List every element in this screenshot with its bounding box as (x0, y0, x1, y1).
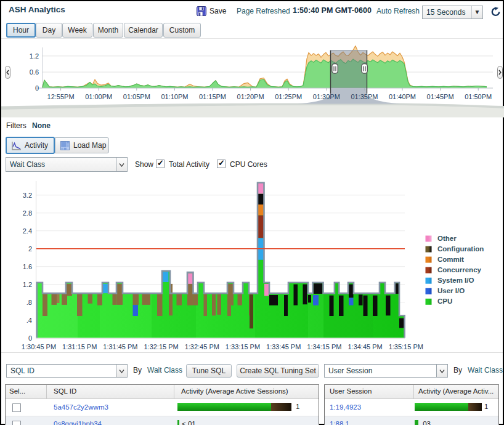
svg-text:0.6: 0.6 (30, 68, 39, 76)
svg-text:1.6: 1.6 (23, 263, 32, 270)
svg-text:1:32:45 PM: 1:32:45 PM (185, 343, 219, 350)
svg-text:1:34:45 PM: 1:34:45 PM (348, 343, 382, 350)
svg-text:0: 0 (35, 84, 39, 92)
svg-text:2.4: 2.4 (23, 227, 32, 235)
svg-text:2: 2 (28, 245, 32, 253)
svg-text:1:31:45 PM: 1:31:45 PM (103, 343, 137, 350)
svg-text:01:00PM: 01:00PM (85, 93, 112, 100)
svg-text:1:33:45 PM: 1:33:45 PM (266, 343, 301, 350)
svg-text:01:30PM: 01:30PM (313, 93, 340, 100)
svg-text:1:35:15 PM: 1:35:15 PM (389, 343, 423, 350)
svg-text:01:25PM: 01:25PM (275, 93, 302, 100)
svg-text:Commit: Commit (437, 256, 464, 263)
svg-text:1:32:15 PM: 1:32:15 PM (144, 343, 178, 350)
svg-text:01:20PM: 01:20PM (237, 93, 264, 100)
svg-text:1.2: 1.2 (30, 52, 39, 60)
svg-text:Concurrency: Concurrency (437, 266, 482, 273)
svg-text:3.2: 3.2 (23, 192, 32, 199)
svg-text:2.8: 2.8 (23, 209, 32, 217)
svg-text:01:45PM: 01:45PM (427, 93, 454, 100)
svg-text:Other: Other (437, 235, 457, 242)
svg-text:CPU: CPU (437, 298, 452, 305)
svg-text:12:55PM: 12:55PM (47, 93, 75, 100)
svg-text:01:35PM: 01:35PM (351, 93, 378, 100)
svg-text:.8: .8 (26, 299, 32, 306)
svg-text:System I/O: System I/O (437, 277, 474, 284)
svg-text:1:30:45 PM: 1:30:45 PM (22, 343, 56, 350)
svg-text:Configuration: Configuration (437, 245, 484, 253)
svg-text:1:33:15 PM: 1:33:15 PM (226, 343, 260, 350)
svg-text:01:40PM: 01:40PM (389, 93, 416, 100)
svg-text:01:15PM: 01:15PM (199, 93, 226, 100)
svg-text:01:05PM: 01:05PM (123, 93, 150, 100)
svg-text:01:50PM: 01:50PM (465, 93, 492, 100)
svg-text:1:31:15 PM: 1:31:15 PM (62, 343, 97, 350)
svg-text:1.2: 1.2 (23, 281, 32, 288)
svg-text:User I/O: User I/O (437, 287, 465, 294)
svg-text:.4: .4 (26, 317, 32, 324)
svg-text:1:34:15 PM: 1:34:15 PM (307, 343, 341, 350)
svg-text:0: 0 (28, 334, 32, 342)
svg-text:01:10PM: 01:10PM (161, 93, 188, 100)
